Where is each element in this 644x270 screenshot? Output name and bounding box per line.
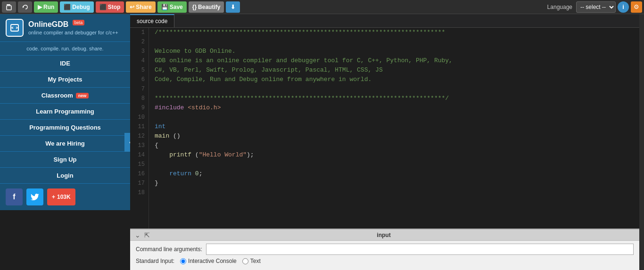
source-tab-item[interactable]: source code (130, 14, 174, 27)
sidebar-item-wearehiring[interactable]: We are Hiring (0, 136, 130, 152)
sidebar-social: f + 103K (0, 184, 130, 210)
logo-icon (6, 19, 24, 37)
sidebar-item-learnprogramming[interactable]: Learn Programming (0, 104, 130, 120)
code-content[interactable]: /***************************************… (149, 28, 639, 229)
interactive-console-radio[interactable] (180, 258, 186, 264)
classroom-new-badge: new (76, 93, 89, 98)
text-label: Text (250, 258, 261, 264)
beautify-label: Beautify (198, 4, 220, 10)
beautify-button[interactable]: {} Beautify (189, 1, 224, 13)
sidebar-title: OnlineGDB beta (28, 20, 118, 29)
stop-icon: ⬛ (99, 4, 107, 10)
sidebar-header: OnlineGDB beta online compiler and debug… (0, 14, 130, 42)
save-label: Save (170, 4, 183, 10)
bottom-panel-controls: ⌄ ⇱ (134, 231, 151, 239)
download-icon: ⬇ (231, 4, 235, 10)
run-label: Run (43, 4, 54, 10)
cmd-args-row: Command line arguments: (136, 244, 634, 255)
facebook-button[interactable]: f (6, 188, 23, 205)
sidebar-item-signup[interactable]: Sign Up (0, 152, 130, 168)
cmd-args-label: Command line arguments: (136, 246, 202, 253)
sidebar-item-learnprogramming-label: Learn Programming (36, 108, 94, 115)
bottom-panel-title: input (377, 232, 390, 238)
interactive-console-option[interactable]: Interactive Console (180, 258, 237, 264)
collapse-bottom-button[interactable]: ⌄ (134, 231, 141, 239)
std-input-row: Standard Input: Interactive Console Text (136, 258, 634, 264)
bottom-panel-header: ⌄ ⇱ input (130, 229, 639, 241)
stop-button[interactable]: ⬛ Stop (96, 1, 124, 13)
undo-button[interactable] (18, 1, 32, 13)
text-option[interactable]: Text (242, 258, 261, 264)
interactive-console-label: Interactive Console (188, 258, 237, 264)
social-count: 103K (57, 194, 71, 200)
bottom-panel-body: Command line arguments: Standard Input: … (130, 241, 639, 267)
sidebar-item-myprojects-label: My Projects (48, 76, 83, 83)
sidebar-item-login[interactable]: Login (0, 168, 130, 184)
run-button[interactable]: ▶ Run (34, 1, 58, 13)
sidebar-item-classroom[interactable]: Classroom new (0, 88, 130, 104)
language-label: Language (547, 4, 572, 10)
svg-rect-0 (7, 4, 10, 5)
sidebar-item-programmingquestions[interactable]: Programming Questions (0, 120, 130, 136)
bottom-panel: ⌄ ⇱ input Command line arguments: Standa… (130, 229, 639, 270)
info-button[interactable]: i (618, 1, 629, 13)
debug-button[interactable]: ⬛ Debug (60, 1, 93, 13)
save-icon: 💾 (161, 4, 168, 10)
plus-icon: + (52, 194, 55, 200)
sidebar-title-block: OnlineGDB beta online compiler and debug… (28, 20, 118, 35)
sidebar-wrapper: OnlineGDB beta online compiler and debug… (0, 14, 130, 270)
share-button[interactable]: ↩ Share (126, 1, 155, 13)
line-numbers: 12345 678910 1112131415 161718 (130, 28, 149, 229)
sidebar-item-ide-label: IDE (60, 60, 70, 67)
debug-label: Debug (72, 4, 90, 10)
file-button[interactable] (2, 1, 16, 13)
main-area: OnlineGDB beta online compiler and debug… (0, 14, 644, 270)
sidebar-item-login-label: Login (57, 172, 73, 179)
social-plus-button[interactable]: + 103K (47, 188, 75, 205)
sidebar-item-programmingquestions-label: Programming Questions (29, 124, 101, 131)
sidebar-nav: IDE My Projects Classroom new Learn Prog… (0, 56, 130, 184)
sidebar-subtitle: online compiler and debugger for c/c++ (28, 30, 118, 35)
sidebar-item-classroom-label: Classroom (41, 92, 73, 99)
download-button[interactable]: ⬇ (226, 1, 240, 13)
code-editor[interactable]: 12345 678910 1112131415 161718 /********… (130, 28, 639, 229)
sidebar: OnlineGDB beta online compiler and debug… (0, 14, 130, 210)
toolbar: ▶ Run ⬛ Debug ⬛ Stop ↩ Share 💾 Save {} B… (0, 0, 644, 14)
beautify-icon: {} (192, 4, 197, 10)
sidebar-item-ide[interactable]: IDE (0, 56, 130, 72)
sidebar-item-myprojects[interactable]: My Projects (0, 72, 130, 88)
std-input-label: Standard Input: (136, 258, 174, 264)
debug-icon: ⬛ (64, 4, 71, 10)
language-select[interactable]: -- select -- (576, 1, 616, 13)
svg-rect-1 (7, 6, 11, 10)
beta-badge: beta (73, 20, 85, 25)
expand-bottom-button[interactable]: ⇱ (143, 231, 151, 239)
share-label: Share (136, 4, 151, 10)
source-tab-bar: source code (130, 14, 639, 28)
save-button[interactable]: 💾 Save (157, 1, 187, 13)
editor-scrollbar[interactable] (639, 14, 644, 270)
sidebar-item-signup-label: Sign Up (53, 156, 76, 163)
settings-button[interactable]: ⚙ (631, 1, 642, 13)
twitter-button[interactable] (26, 188, 43, 205)
cmd-args-input[interactable] (206, 244, 634, 255)
editor-area: source code 12345 678910 1112131415 1617… (130, 14, 639, 270)
stop-label: Stop (108, 4, 121, 10)
sidebar-tagline: code. compile. run. debug. share. (0, 42, 130, 56)
run-play-icon: ▶ (38, 4, 42, 10)
sidebar-item-wearehiring-label: We are Hiring (45, 140, 85, 147)
text-radio[interactable] (242, 258, 248, 264)
share-icon: ↩ (130, 4, 134, 10)
brand-name: OnlineGDB (28, 20, 68, 28)
